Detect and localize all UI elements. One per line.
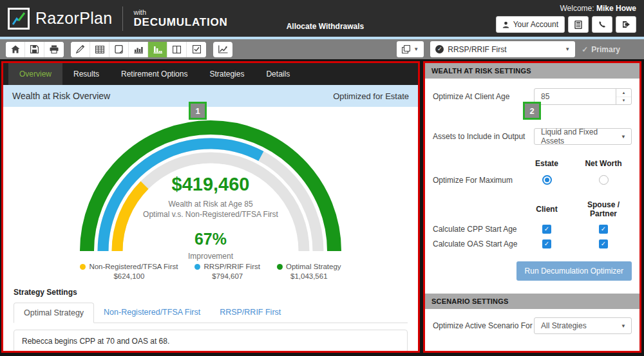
primary-check-icon: ✓ bbox=[582, 45, 588, 54]
tab-results[interactable]: Results bbox=[62, 63, 110, 85]
scenario-for-select[interactable]: All Strategies ▼ bbox=[534, 317, 632, 334]
gauge-improvement-value: 67% bbox=[108, 230, 314, 248]
page-title: Allocate Withdrawals bbox=[287, 22, 365, 31]
tab-overview[interactable]: Overview bbox=[8, 63, 62, 85]
checkbox-icon bbox=[193, 45, 201, 53]
gauge-value: $419,460 bbox=[108, 174, 314, 195]
data-table-button[interactable] bbox=[90, 42, 109, 57]
calculator-button[interactable] bbox=[568, 16, 589, 33]
col-estate-header: Estate bbox=[518, 159, 575, 168]
strategy-note: Rebecca begins CPP at 70 and OAS at 68. bbox=[14, 330, 408, 353]
settings-panel: 2 WEALTH AT RISK SETTINGS Optimize At Cl… bbox=[423, 61, 641, 353]
col-networth-header: Net Worth bbox=[575, 159, 632, 168]
scenario-for-label: Optimize Active Scenario For bbox=[433, 321, 533, 330]
scenario-for-caret-icon: ▼ bbox=[621, 323, 626, 329]
assets-select-caret-icon: ▼ bbox=[621, 134, 626, 140]
toolbar-group-chart bbox=[213, 42, 232, 57]
legend-value: $1,043,561 bbox=[277, 272, 341, 280]
spinner-up-icon[interactable]: ▲ bbox=[616, 89, 631, 97]
scenario-select-caret-icon: ▼ bbox=[565, 46, 570, 52]
checkbox-cpp-spouse[interactable]: ✓ bbox=[599, 225, 608, 234]
toolbar: ▼ ✓ RRSP/RRIF First ▼ ✓ Primary bbox=[0, 39, 644, 59]
copy-icon bbox=[402, 45, 410, 53]
strategy-tab-rrsp[interactable]: RRSP/RRIF First bbox=[210, 303, 290, 323]
phone-button[interactable] bbox=[592, 16, 612, 33]
optimize-age-value[interactable]: 85 bbox=[535, 89, 616, 104]
scenario-select[interactable]: ✓ RRSP/RRIF First ▼ bbox=[430, 41, 575, 57]
scenario-settings-header: SCENARIO SETTINGS bbox=[425, 294, 639, 309]
oas-label: Calculate OAS Start Age bbox=[433, 239, 518, 248]
radio-estate[interactable] bbox=[542, 175, 552, 185]
legend-item-nonreg: Non-Registered/TFSA First $624,100 bbox=[80, 263, 178, 280]
legend-value: $624,100 bbox=[80, 272, 178, 280]
gauge-center-text: $419,460 Wealth at Risk at Age 85 Optima… bbox=[108, 174, 314, 261]
home-button[interactable] bbox=[6, 42, 25, 57]
bar-chart-icon bbox=[134, 45, 143, 53]
strategy-settings-section: Strategy Settings Optimal Strategy Non-R… bbox=[3, 280, 418, 353]
report-page-button[interactable] bbox=[109, 42, 129, 57]
signout-button[interactable] bbox=[616, 16, 636, 33]
wealth-gauge: $419,460 Wealth at Risk at Age 85 Optima… bbox=[3, 107, 418, 261]
scenario-status-icon: ✓ bbox=[435, 45, 444, 53]
tab-retirement-options[interactable]: Retirement Options bbox=[110, 63, 198, 85]
wand-button[interactable] bbox=[71, 42, 90, 57]
gauge-improvement-label: Improvement bbox=[108, 252, 314, 261]
panel-header-bar: Wealth at Risk Overview Optimized for Es… bbox=[3, 85, 418, 107]
welcome-text: Welcome: Mike Howe bbox=[560, 4, 637, 13]
tab-details[interactable]: Details bbox=[255, 63, 301, 85]
col-client-header: Client bbox=[518, 205, 575, 214]
tab-strategies[interactable]: Strategies bbox=[198, 63, 255, 85]
wealth-settings-header: WEALTH AT RISK SETTINGS bbox=[425, 63, 639, 79]
legend-dot-yellow-icon bbox=[80, 264, 86, 270]
save-button[interactable] bbox=[25, 42, 44, 57]
logo-divider bbox=[122, 6, 123, 31]
optimize-age-label: Optimize At Client Age bbox=[433, 92, 509, 101]
primary-toggle[interactable]: ✓ Primary bbox=[582, 45, 620, 54]
optimize-age-input[interactable]: 85 ▲ ▼ bbox=[534, 88, 632, 105]
spinner-down-icon[interactable]: ▼ bbox=[616, 97, 631, 105]
print-icon bbox=[50, 45, 59, 53]
user-name: Mike Howe bbox=[596, 4, 636, 13]
legend-item-optimal: Optimal Strategy $1,043,561 bbox=[277, 263, 341, 280]
user-icon bbox=[502, 21, 509, 28]
app-header: RazorPlan with DECUMULATION Allocate Wit… bbox=[0, 0, 644, 37]
assets-select-value: Liquid and Fixed Assets bbox=[541, 127, 621, 145]
bar-chart-button[interactable] bbox=[129, 42, 148, 57]
wealth-at-risk-button[interactable] bbox=[148, 42, 167, 57]
checkbox-oas-client[interactable]: ✓ bbox=[542, 239, 551, 248]
assets-select[interactable]: Liquid and Fixed Assets ▼ bbox=[534, 128, 632, 145]
strategy-settings-heading: Strategy Settings bbox=[14, 288, 408, 297]
calculator-icon bbox=[574, 21, 582, 29]
legend-label: Non-Registered/TFSA First bbox=[89, 263, 178, 270]
optimize-age-spinner: ▲ ▼ bbox=[616, 89, 631, 104]
copy-scenario-button[interactable]: ▼ bbox=[397, 41, 424, 57]
columns-button[interactable] bbox=[167, 42, 187, 57]
checkbox-oas-spouse[interactable]: ✓ bbox=[599, 239, 608, 248]
checkbox-cpp-client[interactable]: ✓ bbox=[542, 225, 551, 234]
radio-networth[interactable] bbox=[599, 175, 609, 185]
strategy-tabs: Optimal Strategy Non-Registered/TFSA Fir… bbox=[14, 303, 408, 323]
panel-subtitle: Optimized for Estate bbox=[333, 91, 409, 101]
page-icon bbox=[115, 45, 123, 53]
your-account-button[interactable]: Your Account bbox=[496, 16, 565, 33]
brand-name: RazorPlan bbox=[35, 9, 112, 28]
gauge-caption-1: Wealth at Risk at Age 85 bbox=[108, 199, 314, 209]
optimize-for-label: Optimize For Maximum bbox=[433, 176, 518, 185]
main-area: 1 Overview Results Retirement Options St… bbox=[0, 59, 644, 356]
assets-label: Assets to Include in Output bbox=[433, 132, 525, 141]
line-chart-button[interactable] bbox=[213, 42, 232, 57]
line-chart-icon bbox=[218, 45, 228, 53]
annotation-badge-1: 1 bbox=[189, 102, 207, 120]
app-logo: RazorPlan with DECUMULATION bbox=[8, 6, 228, 31]
wealth-at-risk-panel: 1 Overview Results Retirement Options St… bbox=[1, 61, 420, 353]
run-optimizer-button[interactable]: Run Decumulation Optimizer bbox=[516, 261, 632, 281]
home-icon bbox=[11, 45, 20, 53]
phone-icon bbox=[598, 21, 606, 28]
checklist-button[interactable] bbox=[187, 42, 206, 57]
strategy-tab-nonreg[interactable]: Non-Registered/TFSA First bbox=[94, 303, 210, 323]
wand-icon bbox=[76, 45, 84, 53]
print-button[interactable] bbox=[44, 42, 64, 57]
legend-label: RRSP/RRIF First bbox=[204, 263, 260, 270]
strategy-tab-optimal[interactable]: Optimal Strategy bbox=[14, 303, 94, 323]
sorted-bars-icon bbox=[153, 45, 162, 53]
